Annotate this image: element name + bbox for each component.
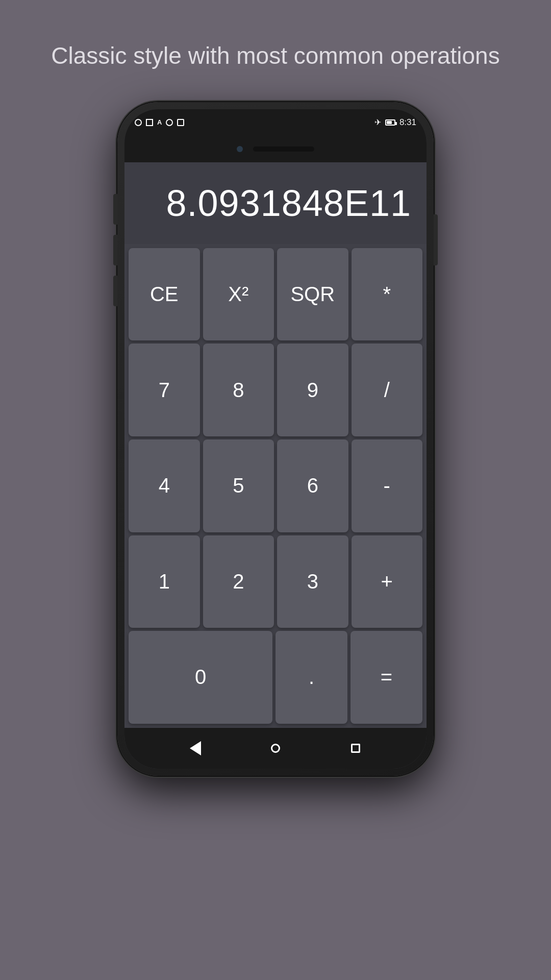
status-icon-circle — [166, 119, 173, 126]
key-multiply[interactable]: * — [352, 248, 423, 341]
key-row-3: 4 5 6 - — [129, 439, 422, 532]
key-4[interactable]: 4 — [129, 439, 200, 532]
key-x2[interactable]: X² — [203, 248, 274, 341]
nav-back-button[interactable] — [183, 736, 208, 761]
key-row-2: 7 8 9 / — [129, 344, 422, 436]
battery-icon — [385, 119, 395, 126]
status-icon-dot — [135, 119, 142, 126]
key-3[interactable]: 3 — [277, 535, 348, 628]
phone-device: A ✈ 8:31 — [117, 102, 434, 776]
key-add[interactable]: + — [352, 535, 423, 628]
camera-dot — [237, 146, 243, 152]
key-decimal[interactable]: . — [276, 631, 347, 724]
recents-icon — [351, 744, 360, 753]
key-9[interactable]: 9 — [277, 344, 348, 436]
airplane-icon: ✈ — [374, 117, 381, 127]
page-title: Classic style with most common operation… — [0, 0, 551, 71]
back-icon — [190, 741, 201, 755]
key-2[interactable]: 2 — [203, 535, 274, 628]
nav-recents-button[interactable] — [343, 736, 368, 761]
key-row-1: CE X² SQR * — [129, 248, 422, 341]
home-icon — [271, 744, 280, 753]
key-divide[interactable]: / — [352, 344, 423, 436]
key-sqr[interactable]: SQR — [277, 248, 348, 341]
phone-top-bezel — [124, 136, 427, 162]
key-8[interactable]: 8 — [203, 344, 274, 436]
key-0[interactable]: 0 — [129, 631, 272, 724]
phone-screen: A ✈ 8:31 — [124, 109, 427, 769]
calculator-keypad: CE X² SQR * 7 8 9 / 4 5 6 - — [124, 244, 427, 728]
status-icon-square — [146, 119, 153, 126]
key-row-5: 0 . = — [129, 631, 422, 724]
calculator-display: 8.0931848E11 — [124, 162, 427, 244]
key-7[interactable]: 7 — [129, 344, 200, 436]
screen-inner: A ✈ 8:31 — [124, 109, 427, 769]
status-icon-a: A — [157, 118, 162, 126]
status-left-icons: A — [135, 118, 184, 126]
status-right-icons: ✈ 8:31 — [374, 117, 416, 128]
key-row-4: 1 2 3 + — [129, 535, 422, 628]
key-6[interactable]: 6 — [277, 439, 348, 532]
bottom-navigation — [124, 728, 427, 769]
key-subtract[interactable]: - — [352, 439, 423, 532]
key-5[interactable]: 5 — [203, 439, 274, 532]
key-1[interactable]: 1 — [129, 535, 200, 628]
nav-home-button[interactable] — [263, 736, 288, 761]
status-time: 8:31 — [399, 117, 416, 128]
key-ce[interactable]: CE — [129, 248, 200, 341]
status-bar: A ✈ 8:31 — [124, 109, 427, 136]
key-equals[interactable]: = — [350, 631, 422, 724]
speaker-grill — [253, 146, 314, 152]
display-number: 8.0931848E11 — [166, 182, 411, 224]
status-icon-sd — [177, 119, 184, 126]
